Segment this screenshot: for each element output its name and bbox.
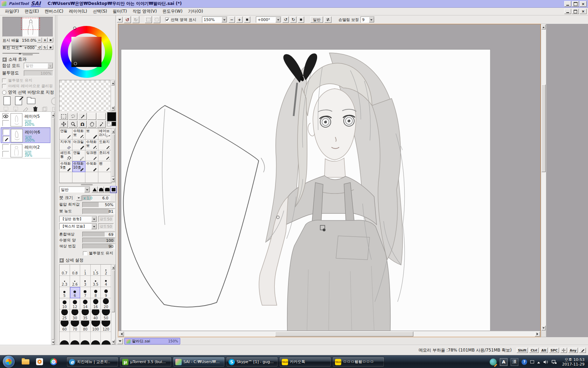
document-tab[interactable]: 팔라딘.sai 150% <box>124 338 180 345</box>
size-cell[interactable]: 3 <box>80 276 91 287</box>
vscroll-thumb[interactable] <box>541 84 546 172</box>
layer5-visible-checkbox[interactable] <box>2 113 9 119</box>
move-tool[interactable] <box>59 121 68 128</box>
hscroll-thumb[interactable] <box>275 332 413 336</box>
tool-cell[interactable]: 수채화붓 <box>85 139 98 150</box>
hscroll-right-arrow[interactable] <box>535 332 540 336</box>
zoom-in-button[interactable]: + <box>236 16 243 23</box>
taskbar-app-kakaotalk[interactable]: TALK 카카오톡 <box>279 357 331 367</box>
start-button[interactable] <box>3 356 15 368</box>
selection-source-radio[interactable] <box>2 90 6 95</box>
quicklaunch-chrome[interactable] <box>48 357 59 366</box>
brush-shape-combo[interactable]: 【일반 원형】 <box>59 216 97 222</box>
shape-strength-slider[interactable]: 강도 50 <box>98 216 114 222</box>
new-pen-layer-button[interactable] <box>14 96 23 105</box>
primary-color-swatch[interactable] <box>107 112 116 121</box>
zoom-combo-arrow[interactable] <box>222 17 227 22</box>
ime-lang-a[interactable]: A <box>500 358 507 366</box>
blend-mode-combo[interactable]: 일반 <box>24 63 53 69</box>
navigator-view-rect[interactable] <box>21 18 40 30</box>
taskbar-app-kakaochat[interactable]: TALK ㅁㅁㅁ횅횅ㅁㅁㅁ <box>332 357 384 367</box>
menu-window[interactable]: 윈도우(W) <box>160 7 185 15</box>
tool-cell[interactable]: 펜 <box>98 161 111 172</box>
mix-color-slider[interactable]: 69 <box>82 232 115 237</box>
rect-select-tool[interactable] <box>59 113 68 120</box>
menu-select[interactable]: 선택(S) <box>90 7 110 15</box>
nav-zoom-in-button[interactable]: + <box>42 38 48 42</box>
brush-mode-combo[interactable]: 일반 <box>59 186 90 193</box>
clipping-checkbox[interactable] <box>2 84 6 88</box>
menu-others[interactable]: 기타(O) <box>185 7 206 15</box>
zoom-tool[interactable] <box>69 121 77 128</box>
navigator-preview[interactable] <box>2 17 53 37</box>
pen-input-chip[interactable] <box>579 348 586 353</box>
key-ctrl-chip[interactable]: Ctrl <box>529 348 538 353</box>
size-cell[interactable]: 5 <box>59 287 70 298</box>
layer-item-6[interactable]: 레이어6 일반 100% <box>1 128 50 143</box>
canvas-hscrollbar[interactable] <box>118 331 540 337</box>
network-icon[interactable] <box>551 360 557 364</box>
keep-opacity-checkbox[interactable] <box>83 251 87 255</box>
menu-file[interactable]: 파일(F) <box>2 7 22 15</box>
size-cell[interactable]: 9 <box>101 287 111 298</box>
angle-combo-arrow[interactable] <box>275 17 281 22</box>
layer-opacity-slider[interactable]: 100% <box>24 70 53 76</box>
spread-slider[interactable]: 90 <box>82 244 115 249</box>
ime-toolbar-icon[interactable] <box>530 360 534 363</box>
size-cell[interactable]: 20 <box>101 298 111 309</box>
lasso-tool[interactable] <box>69 113 77 120</box>
close-button[interactable]: × <box>580 1 587 7</box>
size-cell[interactable]: 0.7 <box>59 265 70 276</box>
nav-zoom-out-button[interactable]: − <box>37 38 42 42</box>
size-cell[interactable]: 1.5 <box>91 265 101 276</box>
size-cell[interactable]: 2.6 <box>70 276 80 287</box>
size-cell[interactable]: 70 <box>70 321 80 332</box>
undo-button[interactable]: ↺ <box>124 16 131 23</box>
layer2-visible-checkbox[interactable] <box>2 144 9 150</box>
size-cell[interactable]: 2 <box>101 265 111 276</box>
brush-size-unit-button[interactable] <box>76 195 82 201</box>
quicklaunch-mediaplayer[interactable] <box>34 357 45 366</box>
tool-slot-empty-1[interactable] <box>88 113 96 120</box>
tool-cell[interactable]: 연필 <box>72 150 85 161</box>
toolbar-menu-dropdown[interactable] <box>117 17 122 22</box>
taskbar-clock[interactable]: 오후 10:53 2017-11-29 <box>560 357 584 367</box>
size-cell[interactable]: 120 <box>101 321 111 332</box>
tool-cell[interactable]: 도화지 <box>98 139 111 150</box>
brush-tip-flat[interactable] <box>104 186 110 193</box>
mdi-close-button[interactable]: × <box>580 9 587 14</box>
brush-texture-combo-arrow[interactable] <box>91 224 97 229</box>
tray-expand-icon[interactable] <box>537 360 540 363</box>
hscroll-left-arrow[interactable] <box>119 332 124 336</box>
density-slider[interactable]: 81 <box>82 209 115 214</box>
size-cell[interactable]: 12 <box>70 298 80 309</box>
brush-tip-square-selected[interactable] <box>111 186 117 193</box>
zoom-reset-button[interactable] <box>244 16 250 23</box>
scratchpad-area[interactable] <box>59 80 111 111</box>
tool-cell-empty[interactable] <box>98 172 111 183</box>
secondary-color-swatch[interactable] <box>107 122 112 126</box>
rotate-ccw-button[interactable]: ↺ <box>282 16 289 23</box>
section-divider[interactable] <box>81 184 93 185</box>
layer-item-2[interactable]: 레이어2 일반 39% <box>1 143 50 158</box>
canvas-drawing[interactable] <box>118 24 540 331</box>
magic-wand-tool[interactable] <box>78 113 87 120</box>
pan-mode-chip[interactable] <box>560 348 567 353</box>
size-cell[interactable]: 25 <box>59 309 70 321</box>
size-cell-partial[interactable] <box>101 332 111 345</box>
maximize-button[interactable] <box>572 1 579 7</box>
tool-cell[interactable]: 아크릴 <box>72 139 85 150</box>
size-cell[interactable]: 3.5 <box>91 276 101 287</box>
menu-filter[interactable]: 필터(T) <box>110 7 130 15</box>
size-cell[interactable]: 40 <box>91 309 101 321</box>
tool-cell[interactable]: 지우개 <box>59 139 72 150</box>
key-alt-chip[interactable]: Alt <box>540 348 548 353</box>
brush-texture-combo[interactable]: 【텍스쳐 없음】 <box>59 223 97 230</box>
rotate-reset-button[interactable] <box>298 16 304 23</box>
water-slider[interactable]: 100 <box>82 238 115 243</box>
new-folder-button[interactable] <box>27 96 36 105</box>
ime-globe-icon[interactable] <box>490 359 497 366</box>
tool-cell-empty[interactable] <box>72 172 85 183</box>
ime-lang-hanja[interactable]: 漢 <box>511 358 518 366</box>
show-selection-checkbox[interactable] <box>165 18 169 22</box>
